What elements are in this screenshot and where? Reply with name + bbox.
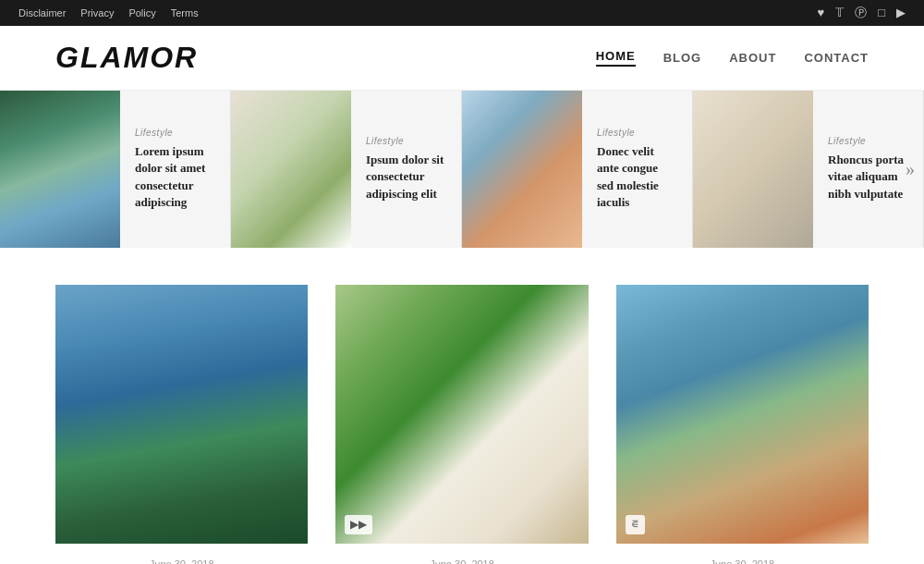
post-card-2[interactable]: ▶▶ June 30, 2018 Ipsum dolor sit consect…	[335, 285, 588, 564]
privacy-link[interactable]: Privacy	[80, 7, 114, 18]
social-icons: ♥ 𝕋 Ⓟ □ ▶	[817, 5, 906, 21]
top-bar: Disclaimer Privacy Policy Terms ♥ 𝕋 Ⓟ □ …	[0, 0, 924, 26]
nav-contact[interactable]: CONTACT	[804, 51, 869, 65]
featured-text-2: Lifestyle Ipsum dolor sit consectetur ad…	[351, 123, 461, 215]
featured-title-4: Rhoncus porta vitae aliquam nibh vulputa…	[828, 152, 908, 202]
post-card-1[interactable]: June 30, 2018 Lorem ipsum dolor sit amet…	[55, 285, 308, 564]
nav-about[interactable]: ABOUT	[729, 51, 776, 65]
header: GLAMOR HOME BLOG ABOUT CONTACT	[0, 26, 924, 91]
posts-grid: June 30, 2018 Lorem ipsum dolor sit amet…	[55, 285, 869, 564]
post-image-wrap-2: ▶▶	[335, 285, 588, 544]
logo: GLAMOR	[55, 41, 198, 75]
post-card-3[interactable]: ⋷ June 30, 2018 Donec velit ante congue …	[616, 285, 869, 564]
nav-blog[interactable]: BLOG	[663, 51, 702, 65]
featured-text-3: Lifestyle Donec velit ante congue sed mo…	[582, 115, 692, 224]
post-badge-3: ⋷	[626, 515, 645, 534]
featured-item-2[interactable]: Lifestyle Ipsum dolor sit consectetur ad…	[231, 91, 462, 248]
featured-text-1: Lifestyle Lorem ipsum dolor sit amet con…	[120, 115, 230, 224]
featured-category-2: Lifestyle	[366, 136, 446, 146]
post-date-3: June 30, 2018	[626, 558, 859, 564]
facebook-icon[interactable]: ♥	[817, 6, 824, 20]
featured-category-4: Lifestyle	[828, 136, 908, 146]
featured-category-3: Lifestyle	[597, 128, 677, 138]
post-info-1: June 30, 2018 Lorem ipsum dolor sit amet…	[55, 544, 308, 564]
terms-link[interactable]: Terms	[171, 7, 199, 18]
featured-image-2	[231, 91, 351, 248]
featured-item-4[interactable]: Lifestyle Rhoncus porta vitae aliquam ni…	[693, 91, 924, 248]
post-info-3: June 30, 2018 Donec velit ante congue se…	[616, 544, 869, 564]
featured-image-4	[693, 91, 813, 248]
post-image-2	[335, 285, 588, 544]
pinterest-icon[interactable]: Ⓟ	[855, 5, 867, 21]
featured-strip: Lifestyle Lorem ipsum dolor sit amet con…	[0, 91, 924, 248]
featured-item-1[interactable]: Lifestyle Lorem ipsum dolor sit amet con…	[0, 91, 231, 248]
post-date-1: June 30, 2018	[65, 558, 298, 564]
featured-title-3: Donec velit ante congue sed molestie iac…	[597, 143, 677, 211]
featured-title-1: Lorem ipsum dolor sit amet consectetur a…	[135, 143, 215, 211]
post-info-2: June 30, 2018 Ipsum dolor sit consectetu…	[335, 544, 588, 564]
featured-title-2: Ipsum dolor sit consectetur adipiscing e…	[366, 152, 446, 202]
main-nav: HOME BLOG ABOUT CONTACT	[596, 49, 869, 67]
carousel-next-arrow[interactable]: »	[906, 159, 915, 180]
post-image-wrap-3: ⋷	[616, 285, 869, 544]
instagram-icon[interactable]: □	[878, 6, 885, 20]
featured-image-1	[0, 91, 120, 248]
youtube-icon[interactable]: ▶	[896, 6, 906, 20]
featured-category-1: Lifestyle	[135, 128, 215, 138]
featured-image-3	[462, 91, 582, 248]
twitter-icon[interactable]: 𝕋	[835, 6, 844, 20]
post-image-wrap-1	[55, 285, 308, 544]
top-bar-links: Disclaimer Privacy Policy Terms	[18, 7, 199, 18]
post-badge-2: ▶▶	[345, 515, 372, 534]
main-content: June 30, 2018 Lorem ipsum dolor sit amet…	[0, 285, 924, 564]
nav-home[interactable]: HOME	[596, 49, 636, 67]
disclaimer-link[interactable]: Disclaimer	[18, 7, 66, 18]
post-date-2: June 30, 2018	[345, 558, 578, 564]
featured-item-3[interactable]: Lifestyle Donec velit ante congue sed mo…	[462, 91, 693, 248]
post-image-3	[616, 285, 869, 544]
post-image-1	[55, 285, 308, 544]
policy-link[interactable]: Policy	[128, 7, 155, 18]
